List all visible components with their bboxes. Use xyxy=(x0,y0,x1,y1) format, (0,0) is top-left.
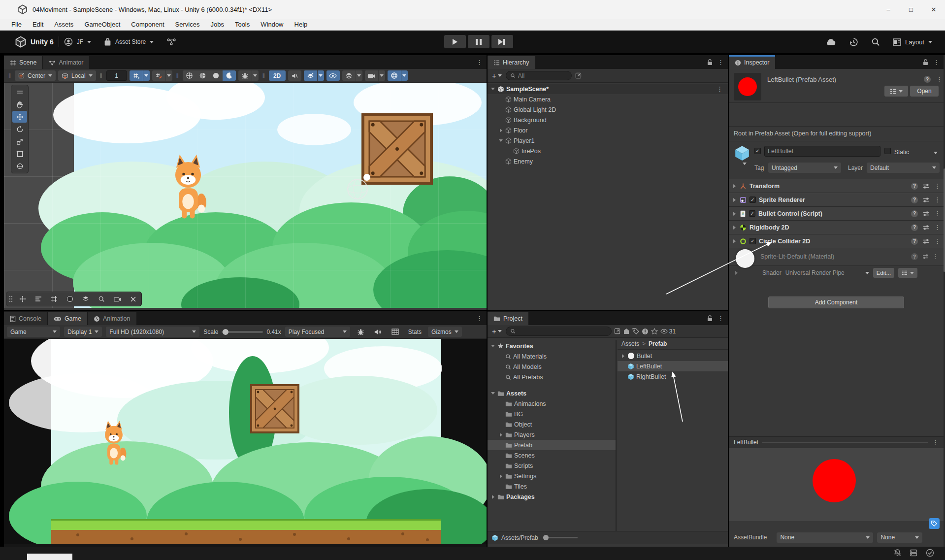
scale-tool[interactable] xyxy=(12,135,27,147)
grid-subtool[interactable] xyxy=(47,293,62,305)
effects-caret[interactable] xyxy=(317,70,324,81)
progress-check-icon[interactable] xyxy=(926,549,934,557)
hierarchy-search-input[interactable] xyxy=(518,72,567,79)
kebab-icon[interactable]: ⋮ xyxy=(934,237,941,245)
shading-lighting-button[interactable] xyxy=(223,70,236,81)
hidden-count-toggle[interactable]: 31 xyxy=(660,328,676,335)
presets-icon[interactable] xyxy=(922,254,929,260)
stats-toggle[interactable]: Stats xyxy=(406,329,424,335)
assetbundle-dropdown[interactable]: None xyxy=(777,532,873,543)
hierarchy-item-enemy[interactable]: Enemy xyxy=(488,156,728,166)
hierarchy-item-player1[interactable]: Player1 xyxy=(488,135,728,146)
snap-grid-y-button[interactable]: Y xyxy=(130,70,143,81)
cross-subtool[interactable] xyxy=(126,293,140,305)
grid-size-input[interactable] xyxy=(106,70,127,81)
audio-mute-toggle[interactable] xyxy=(288,70,301,81)
lock-icon[interactable] xyxy=(923,59,928,66)
alert-icon[interactable] xyxy=(642,328,649,335)
component-enabled-checkbox[interactable]: ✓ xyxy=(749,210,755,217)
static-checkbox[interactable] xyxy=(884,148,891,154)
menu-help[interactable]: Help xyxy=(289,21,313,28)
minimize-button[interactable]: – xyxy=(877,0,900,19)
hierarchy-item-samplescene[interactable]: SampleScene*⋮ xyxy=(488,84,728,94)
expander-icon[interactable] xyxy=(732,184,737,189)
menu-jobs[interactable]: Jobs xyxy=(205,21,229,28)
gameobject-name-field[interactable] xyxy=(764,146,880,157)
scene-tab-animator[interactable]: Animator xyxy=(43,56,90,69)
kebab-icon[interactable]: ⋮ xyxy=(934,224,941,231)
close-button[interactable]: ✕ xyxy=(922,0,945,19)
help-icon[interactable]: ? xyxy=(911,197,918,203)
inspector-menu-icon[interactable]: ⋮ xyxy=(933,59,940,66)
layout-dropdown[interactable]: Layout xyxy=(893,38,932,46)
project-folder-scripts[interactable]: Scripts xyxy=(488,461,616,471)
expander-icon[interactable] xyxy=(732,198,737,202)
project-folder-tiles[interactable]: Tiles xyxy=(488,481,616,492)
project-folder-packages[interactable]: Packages xyxy=(488,492,616,502)
gizmos-globe-caret[interactable] xyxy=(401,70,408,81)
presets-icon[interactable] xyxy=(923,238,929,244)
open-in-window-icon[interactable] xyxy=(614,328,620,334)
tab-hierarchy[interactable]: Hierarchy xyxy=(488,56,536,69)
breadcrumb-assets[interactable]: Assets xyxy=(621,340,639,347)
preview-menu-icon[interactable]: ⋮ xyxy=(932,439,939,446)
expander-icon[interactable] xyxy=(490,494,495,499)
layers-caret[interactable] xyxy=(356,70,362,81)
component-transform[interactable]: Transform?⋮ xyxy=(729,179,944,193)
toolbar-grip[interactable]: ‖ xyxy=(7,72,12,79)
tools-drag-handle[interactable] xyxy=(7,293,14,305)
game-tab-console[interactable]: Console xyxy=(4,312,48,325)
shading-wireframe-button[interactable] xyxy=(183,70,196,81)
game-panel-menu-icon[interactable]: ⋮ xyxy=(476,315,483,322)
prefab-icon-caret[interactable] xyxy=(743,163,747,165)
menu-component[interactable]: Component xyxy=(126,21,169,28)
step-button[interactable] xyxy=(491,35,513,48)
layers-subtool[interactable] xyxy=(78,293,93,305)
shading-shaded-button[interactable] xyxy=(209,70,223,81)
project-folder-scenes[interactable]: Scenes xyxy=(488,450,616,461)
expander-icon[interactable] xyxy=(498,474,503,479)
layers-button[interactable] xyxy=(342,70,356,81)
game-tab-game[interactable]: Game xyxy=(48,312,88,325)
project-folder-all-prefabs[interactable]: All Prefabs xyxy=(488,372,616,382)
expander-icon[interactable] xyxy=(732,239,737,244)
hierarchy-item-main-camera[interactable]: Main Camera xyxy=(488,94,728,104)
maximize-button[interactable]: □ xyxy=(900,0,922,19)
grid-snap-caret[interactable] xyxy=(165,70,172,81)
mute-audio-icon[interactable] xyxy=(371,327,385,337)
lock-icon[interactable] xyxy=(707,315,713,322)
mode-2d-toggle[interactable]: 2D xyxy=(269,70,286,81)
transform-tool[interactable] xyxy=(12,160,27,172)
help-icon[interactable]: ? xyxy=(911,253,918,260)
menu-file[interactable]: File xyxy=(6,21,27,28)
kebab-icon[interactable]: ⋮ xyxy=(932,253,939,260)
component-sprite-renderer[interactable]: ✓Sprite Renderer?⋮ xyxy=(729,193,944,207)
search-by-label-icon[interactable] xyxy=(632,328,639,334)
shader-edit-button[interactable]: Edit... xyxy=(873,268,894,278)
sprite-packer-icon[interactable] xyxy=(623,328,630,334)
project-folder-animacions[interactable]: Animacions xyxy=(488,398,616,409)
assetbundle-variant-dropdown[interactable]: None xyxy=(877,532,922,543)
history-icon[interactable] xyxy=(849,37,858,47)
play-focused-dropdown[interactable]: Play Focused xyxy=(285,327,350,337)
project-asset-rightbullet[interactable]: RightBullet xyxy=(618,371,728,382)
thumbnail-zoom-slider[interactable] xyxy=(543,537,578,538)
tab-inspector[interactable]: Inspector xyxy=(729,56,776,69)
resolution-dropdown[interactable]: Full HD (1920x1080) xyxy=(106,327,199,337)
expander-icon[interactable] xyxy=(498,128,503,133)
component-circle-collider-2d[interactable]: ✓Circle Collider 2D?⋮ xyxy=(729,234,944,248)
expander-icon[interactable] xyxy=(490,344,495,349)
expander-icon[interactable] xyxy=(732,211,737,216)
play-button[interactable] xyxy=(444,35,466,48)
tab-project[interactable]: Project xyxy=(488,312,529,325)
view-hand-tool[interactable] xyxy=(12,99,27,110)
project-asset-bullet[interactable]: Bullet xyxy=(618,351,728,361)
kebab-icon[interactable]: ⋮ xyxy=(934,182,941,190)
project-asset-leftbullet[interactable]: LeftBullet xyxy=(618,361,728,371)
add-component-button[interactable]: Add Component xyxy=(768,296,904,308)
shader-dropdown[interactable]: Universal Render Pipe xyxy=(785,269,869,276)
component-enabled-checkbox[interactable]: ✓ xyxy=(749,238,756,244)
preview-header[interactable]: LeftBullet ⋮ xyxy=(729,436,944,448)
effects-toggle[interactable] xyxy=(304,70,317,81)
add-object-dropdown[interactable]: + xyxy=(490,71,503,80)
